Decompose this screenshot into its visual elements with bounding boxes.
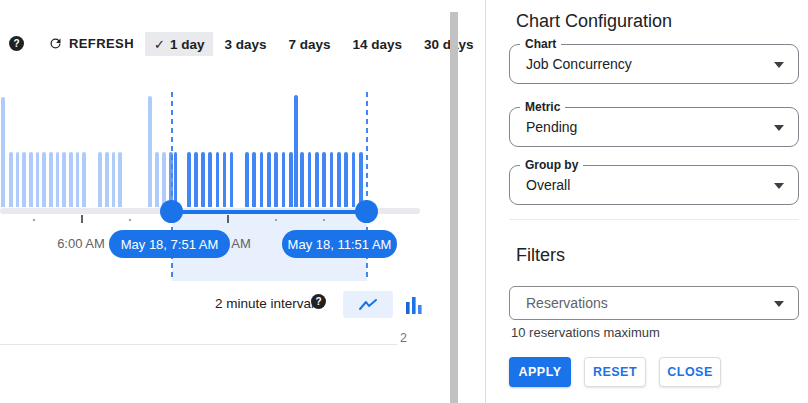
chart-bar (274, 152, 278, 207)
chart-bar (352, 152, 356, 207)
group-by-select-value: Overall (526, 166, 570, 204)
chart-configuration-panel: Chart Configuration Chart Job Concurrenc… (485, 0, 808, 403)
chart-bar (76, 152, 80, 207)
chart-bar (194, 152, 198, 207)
chart-bar (62, 152, 66, 207)
chart-bar (42, 152, 46, 207)
chart-bar (322, 152, 326, 207)
chart-bar (201, 152, 205, 207)
chart-bar (308, 152, 312, 207)
chart-select[interactable]: Chart Job Concurrency (509, 44, 799, 84)
chart-bar (148, 96, 152, 207)
chevron-down-icon (774, 183, 784, 189)
chart-select-value: Job Concurrency (526, 45, 632, 83)
metric-select-value: Pending (526, 108, 577, 146)
bar-chart-toggle-button[interactable] (402, 296, 426, 314)
selection-start-pill[interactable]: May 18, 7:51 AM (109, 230, 230, 258)
chart-bar (359, 152, 363, 207)
metric-select[interactable]: Metric Pending (509, 107, 799, 147)
chart-bar (9, 152, 13, 207)
reservations-select[interactable]: Reservations (509, 286, 799, 320)
reservations-placeholder: Reservations (526, 287, 608, 319)
chart-bar (174, 152, 178, 207)
chart-bar (344, 152, 348, 207)
chart-bar (216, 152, 220, 207)
chart-bar (36, 152, 40, 207)
chart-area-panel: ? REFRESH ✓ 1 day 3 days 7 days 14 days … (0, 0, 485, 403)
chart-bar (300, 152, 304, 207)
lower-chart-gridline (0, 344, 397, 345)
chart-bar (315, 152, 319, 207)
interval-help-icon[interactable]: ? (311, 294, 326, 309)
interval-label: 2 minute interval (215, 296, 314, 311)
chart-bar (69, 152, 73, 207)
bar-chart-icon (405, 297, 423, 314)
chart-bar (112, 152, 116, 207)
reservations-helper-text: 10 reservations maximum (511, 325, 660, 340)
chevron-down-icon (774, 62, 784, 68)
section-divider (509, 219, 799, 220)
vertical-scrollbar[interactable] (450, 12, 458, 403)
chart-bar (223, 152, 227, 207)
panel-title: Chart Configuration (516, 11, 672, 32)
group-by-select[interactable]: Group by Overall (509, 165, 799, 205)
selection-end-pill[interactable]: May 18, 11:51 AM (282, 230, 397, 258)
chart-bar (289, 152, 293, 207)
chart-bar (118, 152, 122, 207)
chart-bar (105, 152, 109, 207)
chart-bar (155, 152, 159, 207)
chart-bar (252, 152, 256, 207)
chart-bar (330, 152, 334, 207)
chart-bar (260, 152, 264, 207)
slider-handle-end[interactable] (355, 200, 378, 223)
x-axis-minor-tick (275, 219, 277, 221)
x-axis-minor-tick (33, 219, 35, 221)
reset-button[interactable]: RESET (584, 357, 646, 387)
chart-bar (16, 152, 20, 207)
x-axis-major-tick (227, 215, 229, 223)
line-chart-icon (358, 298, 378, 312)
chart-bar (49, 152, 53, 207)
filters-title: Filters (516, 245, 565, 266)
chart-bar (82, 152, 86, 207)
concurrency-chart: 6:00 AM 9:00 AM May 18, 7:51 AM May 18, … (0, 0, 455, 350)
bigquery-admin-chart-panel: ? REFRESH ✓ 1 day 3 days 7 days 14 days … (0, 0, 808, 403)
x-axis-minor-tick (323, 219, 325, 221)
slider-handle-start[interactable] (160, 200, 183, 223)
chart-bar (22, 152, 26, 207)
chart-bar (1, 97, 5, 207)
chart-bar (282, 152, 286, 207)
panel-actions: APPLY RESET CLOSE (509, 357, 721, 387)
chart-bar (245, 152, 249, 207)
chart-bar (337, 152, 341, 207)
chart-bar (98, 152, 102, 207)
chevron-down-icon (774, 125, 784, 131)
chevron-down-icon (774, 301, 784, 307)
line-chart-toggle-button[interactable] (343, 291, 393, 318)
chart-bar (162, 152, 166, 207)
chart-bar (267, 152, 271, 207)
lower-chart-axis-value: 2 (400, 331, 407, 345)
x-axis-minor-tick (129, 219, 131, 221)
chart-bar (294, 95, 299, 207)
chart-bar (230, 152, 234, 207)
chart-bar (208, 152, 212, 207)
chart-bar (29, 152, 33, 207)
chart-bar (187, 152, 191, 207)
apply-button[interactable]: APPLY (509, 357, 571, 387)
time-slider-selected-range[interactable] (171, 210, 367, 214)
x-axis-major-tick (81, 215, 83, 223)
chart-bar (56, 152, 60, 207)
close-button[interactable]: CLOSE (659, 357, 721, 387)
